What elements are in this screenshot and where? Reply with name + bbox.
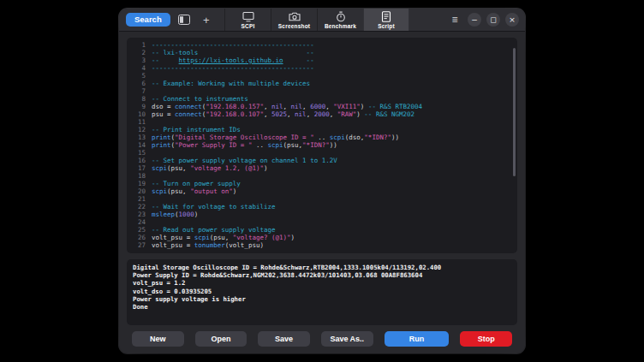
stop-button[interactable]: Stop <box>460 331 512 347</box>
console-line: volt_psu = 1.2 <box>133 279 511 287</box>
code-line: 17scpi(psu, "voltage 1.2, (@1)") <box>132 164 512 172</box>
stopwatch-icon <box>335 11 347 22</box>
titlebar: Search + SCPI <box>119 9 525 32</box>
window-controls: ≡ − ◻ × <box>447 12 519 27</box>
console-line: Digital Storage Oscilloscope ID = Rohde&… <box>133 264 511 271</box>
line-number: 13 <box>132 134 146 141</box>
new-tab-button[interactable]: + <box>198 12 215 27</box>
line-number: 14 <box>132 141 146 149</box>
script-icon <box>381 11 391 22</box>
editor-scrollbar[interactable] <box>513 48 516 176</box>
display-icon <box>242 11 254 22</box>
run-button[interactable]: Run <box>385 331 450 347</box>
line-number: 23 <box>132 211 146 218</box>
line-number: 22 <box>132 203 146 211</box>
line-number: 18 <box>132 172 146 180</box>
line-number: 1 <box>132 41 146 49</box>
code-line: 8-- Connect to instruments <box>132 95 512 103</box>
line-number: 9 <box>132 103 146 110</box>
code-line: 4---------------------------------------… <box>132 64 512 72</box>
tab-label: Benchmark <box>325 23 356 29</box>
line-number: 8 <box>132 95 146 103</box>
line-number: 4 <box>132 64 146 72</box>
tab-scpi[interactable]: SCPI <box>224 9 271 31</box>
line-number: 3 <box>132 56 146 64</box>
code-line: 18 <box>132 172 512 180</box>
tab-label: Script <box>378 23 395 29</box>
code-line: 26volt_psu = scpi(psu, "voltage? (@1)") <box>132 234 512 241</box>
search-button[interactable]: Search <box>126 13 170 27</box>
line-number: 2 <box>132 49 146 56</box>
minimize-button[interactable]: − <box>468 13 481 27</box>
line-number: 12 <box>132 126 146 134</box>
tab-script[interactable]: Script <box>363 9 409 31</box>
code-line: 15 <box>132 149 512 157</box>
plus-icon: + <box>203 15 210 26</box>
line-number: 21 <box>132 195 146 203</box>
code-line: 7 <box>132 87 512 95</box>
code-line: 10psu = connect("192.168.0.107", 5025, n… <box>132 110 512 118</box>
line-number: 17 <box>132 164 146 172</box>
new-button[interactable]: New <box>132 331 184 347</box>
tool-tabs: SCPI Screenshot <box>224 9 409 31</box>
console-line: Power supply voltage is higher <box>133 295 511 303</box>
console-line: volt_dso = 0.03935205 <box>133 288 511 295</box>
tab-label: SCPI <box>242 23 255 29</box>
main-content: 1---------------------------------------… <box>119 32 525 353</box>
tab-benchmark[interactable]: Benchmark <box>317 9 363 31</box>
code-line: 27volt_psu = tonumber(volt_psu) <box>132 241 512 249</box>
hamburger-menu-icon[interactable]: ≡ <box>447 12 462 27</box>
code-line: 13print("Digital Storage Oscilloscope ID… <box>132 134 512 141</box>
code-line: 21 <box>132 195 512 203</box>
line-number: 25 <box>132 226 146 234</box>
line-number: 26 <box>132 234 146 241</box>
code-line: 16-- Set power supply voltage on channel… <box>132 157 512 164</box>
code-line: 3-- https://lxi-tools.github.io -- <box>132 56 512 64</box>
tab-screenshot[interactable]: Screenshot <box>271 9 317 31</box>
action-bar: NewOpenSaveSave As..RunStop <box>127 331 517 347</box>
console-line: Power Supply ID = Rohde&Schwarz,NGM202,3… <box>133 271 511 279</box>
code-line: 20scpi(psu, "output on") <box>132 187 512 195</box>
close-button[interactable]: × <box>505 13 519 27</box>
code-line: 14print("Power Supply ID = " .. scpi(psu… <box>132 141 512 149</box>
code-line: 11 <box>132 118 512 126</box>
line-number: 15 <box>132 149 146 157</box>
code-line: 9dso = connect("192.168.0.157", nil, nil… <box>132 103 512 110</box>
tab-label: Screenshot <box>278 23 310 29</box>
save-as-button[interactable]: Save As.. <box>321 331 373 347</box>
code-line: 12-- Print instrument IDs <box>132 126 512 134</box>
sidebar-toggle-button[interactable] <box>176 12 193 27</box>
line-number: 6 <box>132 80 146 87</box>
camera-icon <box>289 11 301 22</box>
code-line: 23msleep(1000) <box>132 211 512 218</box>
save-button[interactable]: Save <box>258 331 310 347</box>
line-number: 24 <box>132 218 146 226</box>
console-line: Done <box>133 303 511 311</box>
code-line: 2-- lxi-tools -- <box>132 49 512 56</box>
line-number: 16 <box>132 157 146 164</box>
line-number: 27 <box>132 241 146 249</box>
line-number: 7 <box>132 87 146 95</box>
code-lines: 1---------------------------------------… <box>132 41 512 249</box>
code-line: 22-- Wait for voltage to stabilize <box>132 203 512 211</box>
line-number: 19 <box>132 180 146 187</box>
console-output: Digital Storage Oscilloscope ID = Rohde&… <box>127 259 517 325</box>
app-window: Search + SCPI <box>119 9 525 353</box>
open-button[interactable]: Open <box>195 331 247 347</box>
code-line: 1---------------------------------------… <box>132 41 512 49</box>
script-editor[interactable]: 1---------------------------------------… <box>127 38 517 253</box>
line-number: 10 <box>132 110 146 118</box>
code-line: 25-- Read out power supply voltage <box>132 226 512 234</box>
maximize-button[interactable]: ◻ <box>486 13 500 27</box>
line-number: 20 <box>132 187 146 195</box>
sidebar-toggle-icon <box>178 15 190 25</box>
code-line: 6-- Example: Working with multiple devic… <box>132 80 512 87</box>
code-line: 19-- Turn on power supply <box>132 180 512 187</box>
line-number: 11 <box>132 118 146 126</box>
code-line: 24 <box>132 218 512 226</box>
code-line: 5 <box>132 72 512 80</box>
line-number: 5 <box>132 72 146 80</box>
